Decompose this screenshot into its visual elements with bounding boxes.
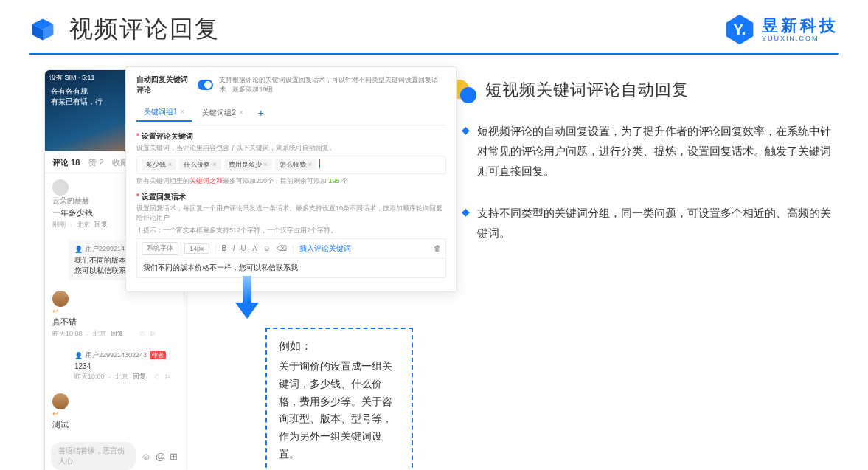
- phone-status-bar: 没有 SIM · 5:11: [49, 73, 95, 83]
- switch-description: 支持根据评论的关键词设置回复话术，可以针对不同类型关键词设置回复话术，最多添加1…: [219, 75, 446, 94]
- avatar-icon: [52, 291, 69, 307]
- arrow-down-icon: [232, 276, 262, 323]
- reply-arrow-icon: ↩: [52, 409, 58, 418]
- reply-arrow-icon: ↩: [52, 307, 58, 315]
- color-icon[interactable]: A̲: [252, 244, 257, 252]
- heart-icon[interactable]: ♡: [154, 373, 160, 381]
- section-subtext: 设置回复话术，每回复一个用户评论只发送一条话术。最多支持设置10条不同话术，按添…: [136, 204, 446, 223]
- add-group-button[interactable]: +: [254, 107, 268, 119]
- left-illustration: 没有 SIM · 5:11 各有各有规 有某已有话，行 评论 18 赞 2 收藏…: [29, 69, 428, 265]
- auto-reply-settings-panel: 自动回复关键词评论 支持根据评论的关键词设置回复话术，可以针对不同类型关键词设置…: [125, 66, 457, 292]
- avatar-icon: [52, 393, 69, 409]
- section-heading: 设置评论关键词: [136, 131, 446, 142]
- dislike-icon[interactable]: ⚐: [150, 331, 156, 338]
- content-column: 短视频关键词评论自动回复 ◆ 短视频评论的自动回复设置，为了提升作者的评论回复效…: [450, 69, 839, 265]
- delete-icon[interactable]: 🗑: [434, 244, 441, 252]
- emoji-icon[interactable]: ☺: [263, 244, 271, 252]
- reply-text: 1234: [74, 362, 170, 372]
- section-title: 短视频关键词评论自动回复: [485, 79, 689, 101]
- comment-item: ↩ 真不错 昨天10:08·北京 回复 ♡ ⚐: [45, 285, 184, 345]
- example-heading: 例如：: [279, 339, 400, 353]
- author-tag: 作者: [150, 351, 166, 359]
- reply-avatar-icon: 👤: [74, 352, 83, 359]
- reply-link[interactable]: 回复: [111, 329, 124, 339]
- header-left: 视频评论回复: [29, 13, 220, 46]
- toggle-switch[interactable]: [198, 80, 214, 90]
- comment-input-row: 善语结善缘，恶言伤人心 ☺ @ ⊞: [51, 442, 178, 470]
- tab-keyword-group-2[interactable]: 关键词组2×: [195, 105, 250, 121]
- page-header: 视频评论回复 Y. 昱新科技 YUUXIN.COM: [0, 0, 868, 53]
- comment-item: ↩ 测试: [45, 387, 184, 438]
- editor-toolbar: 系统字体 14px B I U A̲ ☺ ⌫ 插入评论关键词 🗑: [136, 238, 446, 258]
- logo-mark-icon: Y.: [723, 13, 756, 46]
- cursor-icon: [319, 159, 320, 168]
- section-tip: ！提示：一个富文本框最多支持512个字符，一个汉字占用2个字符。: [136, 226, 446, 235]
- editor-textarea[interactable]: 我们不同的版本价格不一样，您可以私信联系我: [136, 258, 446, 278]
- keyword-group-tabs: 关键词组1× 关键词组2× +: [136, 101, 446, 125]
- reply-link[interactable]: 回复: [94, 220, 108, 229]
- fontsize-select[interactable]: 14px: [184, 243, 209, 254]
- reply-username: 用户2299214302243: [86, 350, 147, 360]
- example-callout: 例如： 关于询价的设置成一组关键词，多少钱、什么价格，费用多少等。关于咨询班型、…: [265, 328, 413, 470]
- emoji-icon[interactable]: ☺: [142, 451, 151, 462]
- keyword-chip[interactable]: 怎么收费×: [275, 159, 316, 170]
- comment-meta: 昨天10:08·北京 回复 ♡ ⚐: [52, 329, 156, 339]
- keyword-chip[interactable]: 多少钱×: [142, 159, 176, 170]
- keyword-chip[interactable]: 什么价格×: [179, 159, 221, 170]
- comment-text: 测试: [52, 419, 156, 430]
- avatar-icon: [52, 179, 69, 196]
- comment-meta: 昨天10:08·北京 回复 ♡ ⚐: [74, 372, 170, 381]
- example-text: 关于询价的设置成一组关键词，多少钱、什么价格，费用多少等。关于咨询班型、版本、型…: [279, 358, 400, 463]
- diamond-bullet-icon: ◆: [462, 121, 470, 181]
- bold-icon[interactable]: B: [222, 244, 227, 252]
- clear-icon[interactable]: ⌫: [277, 244, 287, 252]
- tab-likes[interactable]: 赞 2: [88, 157, 103, 168]
- keyword-input[interactable]: 多少钱× 什么价格× 费用是多少× 怎么收费×: [136, 156, 446, 174]
- page-title: 视频评论回复: [69, 13, 220, 46]
- bullet-text: 支持不同类型的关键词分组，同一类问题，可设置多个相近的、高频的关键词。: [477, 203, 839, 243]
- logo-text-en: YUUXIN.COM: [762, 35, 839, 42]
- svg-text:Y.: Y.: [734, 21, 746, 38]
- diamond-bullet-icon: ◆: [462, 203, 470, 243]
- reply-avatar-icon: 👤: [74, 246, 83, 253]
- keyword-chip[interactable]: 费用是多少×: [224, 159, 272, 170]
- header-divider: [29, 53, 839, 55]
- at-icon[interactable]: @: [156, 451, 165, 462]
- italic-icon[interactable]: I: [233, 244, 235, 252]
- keyword-hint: 所有关键词组里的关键词之和最多可添加200个，目前剩余可添加 195 个: [136, 176, 446, 186]
- image-icon[interactable]: ⊞: [170, 451, 178, 462]
- reply-link[interactable]: 回复: [133, 372, 146, 381]
- comment-input[interactable]: 善语结善缘，恶言伤人心: [51, 442, 136, 470]
- tab-keyword-group-1[interactable]: 关键词组1×: [136, 104, 192, 122]
- tab-comments[interactable]: 评论 18: [52, 157, 80, 168]
- dislike-icon[interactable]: ⚐: [164, 373, 170, 381]
- section-heading: 设置回复话术: [136, 192, 446, 202]
- cube-icon: [29, 16, 56, 43]
- close-icon[interactable]: ×: [239, 108, 243, 117]
- logo-text-cn: 昱新科技: [762, 18, 839, 34]
- author-reply: 👤 用户2299214302243 作者 1234 昨天10:08·北京 回复 …: [69, 349, 176, 383]
- heart-icon[interactable]: ♡: [139, 331, 145, 338]
- keywords-section: 设置评论关键词 设置关键词，当评论里内容包含了以下关键词，则系统可自动回复。 多…: [136, 131, 446, 186]
- underline-icon[interactable]: U: [241, 244, 246, 252]
- bullet-text: 短视频评论的自动回复设置，为了提升作者的评论回复效率，在系统中针对常见的评论用户…: [477, 121, 839, 181]
- brand-logo: Y. 昱新科技 YUUXIN.COM: [723, 13, 839, 46]
- bullet-item: ◆ 短视频评论的自动回复设置，为了提升作者的评论回复效率，在系统中针对常见的评论…: [450, 121, 839, 181]
- svg-marker-6: [235, 303, 259, 319]
- reply-section: 设置回复话术 设置回复话术，每回复一个用户评论只发送一条话术。最多支持设置10条…: [136, 192, 446, 278]
- comment-text: 真不错: [52, 317, 156, 328]
- section-subtext: 设置关键词，当评论里内容包含了以下关键词，则系统可自动回复。: [136, 143, 446, 153]
- insert-keyword-button[interactable]: 插入评论关键词: [299, 243, 351, 254]
- switch-label: 自动回复关键词评论: [136, 75, 192, 95]
- font-select[interactable]: 系统字体: [142, 242, 178, 255]
- close-icon[interactable]: ×: [181, 108, 185, 116]
- bullet-item: ◆ 支持不同类型的关键词分组，同一类问题，可设置多个相近的、高频的关键词。: [450, 203, 839, 243]
- svg-rect-5: [243, 276, 251, 303]
- video-caption: 各有各有规 有某已有话，行: [51, 86, 103, 107]
- section-header: 短视频关键词评论自动回复: [450, 77, 839, 103]
